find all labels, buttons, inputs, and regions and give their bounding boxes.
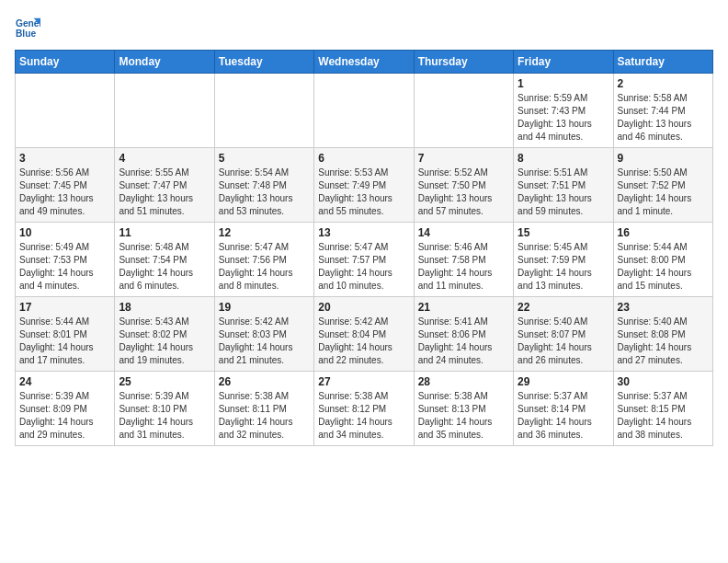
calendar-cell: 15Sunrise: 5:45 AM Sunset: 7:59 PM Dayli… bbox=[514, 223, 613, 297]
day-info: Sunrise: 5:39 AM Sunset: 8:10 PM Dayligh… bbox=[119, 390, 210, 442]
calendar-cell: 3Sunrise: 5:56 AM Sunset: 7:45 PM Daylig… bbox=[16, 148, 115, 223]
weekday-header-tuesday: Tuesday bbox=[214, 51, 313, 74]
day-info: Sunrise: 5:54 AM Sunset: 7:48 PM Dayligh… bbox=[219, 167, 310, 218]
calendar-cell bbox=[214, 74, 313, 148]
day-number: 3 bbox=[19, 152, 110, 165]
day-number: 6 bbox=[318, 152, 409, 165]
calendar-cell: 10Sunrise: 5:49 AM Sunset: 7:53 PM Dayli… bbox=[16, 223, 115, 297]
calendar-cell: 30Sunrise: 5:37 AM Sunset: 8:15 PM Dayli… bbox=[613, 372, 712, 446]
day-number: 19 bbox=[219, 301, 310, 314]
day-info: Sunrise: 5:38 AM Sunset: 8:11 PM Dayligh… bbox=[219, 390, 310, 442]
day-info: Sunrise: 5:45 AM Sunset: 7:59 PM Dayligh… bbox=[518, 241, 609, 293]
day-number: 20 bbox=[318, 301, 409, 314]
calendar-cell: 23Sunrise: 5:40 AM Sunset: 8:08 PM Dayli… bbox=[613, 297, 712, 372]
day-info: Sunrise: 5:55 AM Sunset: 7:47 PM Dayligh… bbox=[119, 167, 210, 218]
calendar-cell: 22Sunrise: 5:40 AM Sunset: 8:07 PM Dayli… bbox=[514, 297, 613, 372]
day-number: 26 bbox=[219, 375, 310, 388]
calendar-body: 1Sunrise: 5:59 AM Sunset: 7:43 PM Daylig… bbox=[16, 74, 713, 446]
calendar-week-4: 17Sunrise: 5:44 AM Sunset: 8:01 PM Dayli… bbox=[16, 297, 713, 372]
day-info: Sunrise: 5:44 AM Sunset: 8:00 PM Dayligh… bbox=[618, 241, 709, 293]
day-number: 17 bbox=[19, 301, 110, 314]
calendar-table: SundayMondayTuesdayWednesdayThursdayFrid… bbox=[15, 50, 713, 446]
calendar-cell: 27Sunrise: 5:38 AM Sunset: 8:12 PM Dayli… bbox=[314, 372, 414, 446]
day-number: 21 bbox=[418, 301, 509, 314]
calendar-cell bbox=[16, 74, 115, 148]
day-number: 4 bbox=[119, 152, 210, 165]
calendar-header-row: SundayMondayTuesdayWednesdayThursdayFrid… bbox=[16, 51, 713, 74]
weekday-header-wednesday: Wednesday bbox=[314, 51, 414, 74]
day-info: Sunrise: 5:40 AM Sunset: 8:08 PM Dayligh… bbox=[618, 316, 709, 367]
day-number: 24 bbox=[19, 375, 110, 388]
day-number: 22 bbox=[518, 301, 609, 314]
day-info: Sunrise: 5:53 AM Sunset: 7:49 PM Dayligh… bbox=[318, 167, 409, 218]
calendar-cell: 4Sunrise: 5:55 AM Sunset: 7:47 PM Daylig… bbox=[115, 148, 214, 223]
weekday-header-sunday: Sunday bbox=[16, 51, 115, 74]
day-info: Sunrise: 5:50 AM Sunset: 7:52 PM Dayligh… bbox=[618, 167, 709, 218]
day-info: Sunrise: 5:38 AM Sunset: 8:12 PM Dayligh… bbox=[318, 390, 409, 442]
day-number: 15 bbox=[518, 226, 609, 239]
svg-text:Blue: Blue bbox=[16, 29, 37, 39]
calendar-cell: 13Sunrise: 5:47 AM Sunset: 7:57 PM Dayli… bbox=[314, 223, 414, 297]
day-number: 7 bbox=[418, 152, 509, 165]
day-info: Sunrise: 5:41 AM Sunset: 8:06 PM Dayligh… bbox=[418, 316, 509, 367]
calendar-cell: 16Sunrise: 5:44 AM Sunset: 8:00 PM Dayli… bbox=[613, 223, 712, 297]
day-number: 12 bbox=[219, 226, 310, 239]
day-info: Sunrise: 5:46 AM Sunset: 7:58 PM Dayligh… bbox=[418, 241, 509, 293]
day-number: 5 bbox=[219, 152, 310, 165]
day-info: Sunrise: 5:48 AM Sunset: 7:54 PM Dayligh… bbox=[119, 241, 210, 293]
day-info: Sunrise: 5:51 AM Sunset: 7:51 PM Dayligh… bbox=[518, 167, 609, 218]
day-number: 23 bbox=[618, 301, 709, 314]
day-number: 10 bbox=[19, 226, 110, 239]
day-number: 8 bbox=[518, 152, 609, 165]
calendar-cell: 11Sunrise: 5:48 AM Sunset: 7:54 PM Dayli… bbox=[115, 223, 214, 297]
weekday-header-thursday: Thursday bbox=[414, 51, 513, 74]
day-number: 30 bbox=[618, 375, 709, 388]
calendar-cell: 7Sunrise: 5:52 AM Sunset: 7:50 PM Daylig… bbox=[414, 148, 513, 223]
day-number: 2 bbox=[618, 77, 709, 90]
calendar-cell: 6Sunrise: 5:53 AM Sunset: 7:49 PM Daylig… bbox=[314, 148, 414, 223]
calendar-cell: 24Sunrise: 5:39 AM Sunset: 8:09 PM Dayli… bbox=[16, 372, 115, 446]
day-info: Sunrise: 5:47 AM Sunset: 7:57 PM Dayligh… bbox=[318, 241, 409, 293]
day-number: 27 bbox=[318, 375, 409, 388]
day-number: 13 bbox=[318, 226, 409, 239]
calendar-cell: 9Sunrise: 5:50 AM Sunset: 7:52 PM Daylig… bbox=[613, 148, 712, 223]
calendar-week-1: 1Sunrise: 5:59 AM Sunset: 7:43 PM Daylig… bbox=[16, 74, 713, 148]
day-number: 28 bbox=[418, 375, 509, 388]
day-number: 11 bbox=[119, 226, 210, 239]
day-info: Sunrise: 5:47 AM Sunset: 7:56 PM Dayligh… bbox=[219, 241, 310, 293]
day-info: Sunrise: 5:58 AM Sunset: 7:44 PM Dayligh… bbox=[618, 92, 709, 144]
calendar-cell: 18Sunrise: 5:43 AM Sunset: 8:02 PM Dayli… bbox=[115, 297, 214, 372]
calendar-cell: 25Sunrise: 5:39 AM Sunset: 8:10 PM Dayli… bbox=[115, 372, 214, 446]
day-info: Sunrise: 5:38 AM Sunset: 8:13 PM Dayligh… bbox=[418, 390, 509, 442]
day-info: Sunrise: 5:49 AM Sunset: 7:53 PM Dayligh… bbox=[19, 241, 110, 293]
day-number: 9 bbox=[618, 152, 709, 165]
day-number: 1 bbox=[518, 77, 609, 90]
logo-icon: General Blue bbox=[15, 15, 40, 40]
calendar-cell: 17Sunrise: 5:44 AM Sunset: 8:01 PM Dayli… bbox=[16, 297, 115, 372]
day-number: 29 bbox=[518, 375, 609, 388]
day-number: 14 bbox=[418, 226, 509, 239]
logo: General Blue bbox=[15, 15, 44, 40]
day-info: Sunrise: 5:43 AM Sunset: 8:02 PM Dayligh… bbox=[119, 316, 210, 367]
day-info: Sunrise: 5:44 AM Sunset: 8:01 PM Dayligh… bbox=[19, 316, 110, 367]
calendar-cell: 8Sunrise: 5:51 AM Sunset: 7:51 PM Daylig… bbox=[514, 148, 613, 223]
calendar-cell bbox=[314, 74, 414, 148]
calendar-cell: 1Sunrise: 5:59 AM Sunset: 7:43 PM Daylig… bbox=[514, 74, 613, 148]
calendar-cell: 2Sunrise: 5:58 AM Sunset: 7:44 PM Daylig… bbox=[613, 74, 712, 148]
calendar-cell: 14Sunrise: 5:46 AM Sunset: 7:58 PM Dayli… bbox=[414, 223, 513, 297]
calendar-cell: 26Sunrise: 5:38 AM Sunset: 8:11 PM Dayli… bbox=[214, 372, 313, 446]
calendar-week-3: 10Sunrise: 5:49 AM Sunset: 7:53 PM Dayli… bbox=[16, 223, 713, 297]
weekday-header-friday: Friday bbox=[514, 51, 613, 74]
day-info: Sunrise: 5:56 AM Sunset: 7:45 PM Dayligh… bbox=[19, 167, 110, 218]
calendar-cell bbox=[414, 74, 513, 148]
day-info: Sunrise: 5:37 AM Sunset: 8:14 PM Dayligh… bbox=[518, 390, 609, 442]
day-number: 16 bbox=[618, 226, 709, 239]
calendar-week-5: 24Sunrise: 5:39 AM Sunset: 8:09 PM Dayli… bbox=[16, 372, 713, 446]
day-info: Sunrise: 5:37 AM Sunset: 8:15 PM Dayligh… bbox=[618, 390, 709, 442]
day-number: 25 bbox=[119, 375, 210, 388]
day-info: Sunrise: 5:42 AM Sunset: 8:03 PM Dayligh… bbox=[219, 316, 310, 367]
day-number: 18 bbox=[119, 301, 210, 314]
weekday-header-saturday: Saturday bbox=[613, 51, 712, 74]
calendar-cell: 5Sunrise: 5:54 AM Sunset: 7:48 PM Daylig… bbox=[214, 148, 313, 223]
calendar-cell: 29Sunrise: 5:37 AM Sunset: 8:14 PM Dayli… bbox=[514, 372, 613, 446]
